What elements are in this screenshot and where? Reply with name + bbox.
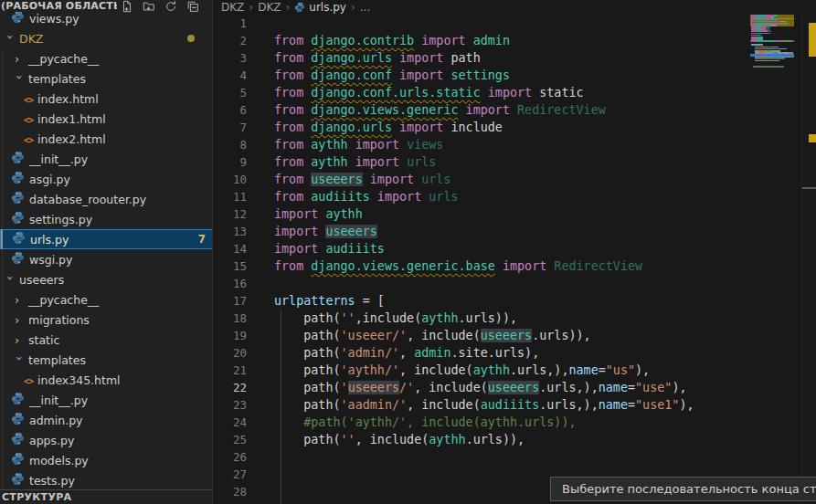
breadcrumb-item-DKZ[interactable]: DKZ: [221, 1, 244, 14]
line-number[interactable]: 22: [214, 379, 247, 396]
line-number[interactable]: 28: [214, 483, 247, 500]
tree-item-label: wsgi.py: [29, 253, 72, 267]
line-number[interactable]: 8: [214, 136, 247, 153]
code-token: .urls)),: [466, 433, 525, 446]
code-line-19[interactable]: path('useeer/', include(useeers.urls)),: [274, 327, 591, 344]
tree-item-__pycache__[interactable]: ›__pycache__: [0, 48, 213, 68]
breadcrumb-item-...[interactable]: ...: [360, 1, 370, 14]
code-line-15[interactable]: from django.views.generic.base import Re…: [274, 257, 642, 275]
tree-item-database_roouter.py[interactable]: database_roouter.py: [0, 189, 213, 209]
code-line-13[interactable]: import useeers: [274, 223, 377, 240]
line-number[interactable]: 16: [214, 275, 247, 292]
line-number[interactable]: 3: [214, 49, 247, 67]
code-line-5[interactable]: from django.conf.urls.static import stat…: [274, 84, 584, 101]
code-token: from: [274, 51, 311, 65]
line-number[interactable]: 2: [214, 32, 247, 49]
line-number[interactable]: 25: [214, 431, 247, 448]
code-token: 'aadmin/': [341, 398, 408, 412]
tree-item-tests.py[interactable]: tests.py: [0, 470, 213, 490]
line-number[interactable]: 11: [214, 188, 247, 205]
code-line-12[interactable]: import aythh: [274, 205, 363, 223]
breadcrumb-item-DKZ[interactable]: DKZ: [258, 1, 281, 14]
tree-item-useeers[interactable]: ›useeers: [0, 269, 213, 289]
collapse-all-button[interactable]: [185, 0, 200, 12]
line-number[interactable]: 27: [214, 466, 247, 483]
code-line-23[interactable]: path('aadmin/', include(audiiits.urls,),…: [274, 396, 694, 414]
refresh-button[interactable]: [163, 0, 178, 12]
code-token: path(: [274, 311, 341, 325]
code-line-20[interactable]: path('admin/', admin.site.urls),: [274, 344, 539, 362]
line-number[interactable]: 6: [214, 101, 247, 119]
tree-item-templates[interactable]: ›templates: [0, 350, 213, 370]
line-number[interactable]: 9: [214, 153, 247, 171]
code-line-10[interactable]: from useeers import urls: [274, 171, 451, 188]
tree-item-admin.py[interactable]: admin.py: [0, 410, 213, 430]
line-number[interactable]: 10: [214, 171, 247, 188]
code-line-2[interactable]: from django.contrib import admin: [274, 32, 510, 49]
line-number[interactable]: 4: [214, 67, 247, 84]
tree-item-migrations[interactable]: ›migrations: [0, 310, 213, 330]
line-number[interactable]: 19: [214, 327, 247, 344]
code-line-18[interactable]: path('',include(aythh.urls)),: [274, 310, 517, 327]
new-file-icon: [121, 0, 133, 13]
tree-item-index.html[interactable]: <>index.html: [0, 89, 213, 109]
code-token: from: [274, 103, 311, 117]
new-folder-button[interactable]: [141, 0, 156, 12]
tree-item-templates[interactable]: ›templates: [0, 68, 213, 89]
tree-item-index1.html[interactable]: <>index1.html: [0, 109, 213, 129]
code-token: from: [274, 121, 311, 134]
line-number[interactable]: 12: [214, 205, 247, 223]
tree-item-apps.py[interactable]: apps.py: [0, 430, 213, 450]
tree-item-__init__.py[interactable]: __init__.py: [0, 390, 213, 410]
line-number[interactable]: 7: [214, 119, 247, 136]
scrollbar-slider-edge[interactable]: [802, 187, 816, 189]
outline-section-header[interactable]: СТРУКТУРА: [0, 489, 213, 504]
code-token: .urls)),: [459, 311, 518, 325]
tree-item-__init__.py[interactable]: __init__.py: [0, 149, 213, 169]
line-number[interactable]: 18: [214, 310, 247, 327]
tree-item-wsgi.py[interactable]: wsgi.py: [0, 249, 213, 269]
code-line-14[interactable]: import audiiits: [274, 240, 385, 257]
tree-item-asgi.py[interactable]: asgi.py: [0, 169, 213, 189]
line-number[interactable]: 15: [214, 257, 247, 275]
line-number[interactable]: 23: [214, 396, 247, 414]
tree-item-index2.html[interactable]: <>index2.html: [0, 129, 213, 149]
code-line-11[interactable]: from audiiits import urls: [274, 188, 459, 205]
overview-ruler-scrollbar[interactable]: [802, 0, 816, 504]
tree-item-index345.html[interactable]: <>index345.html: [0, 370, 213, 390]
tree-item-models.py[interactable]: models.py: [0, 450, 213, 470]
code-line-25[interactable]: path('', include(aythh.urls)),: [274, 431, 525, 448]
breadcrumb-item-urls.py[interactable]: urls.py: [294, 1, 346, 14]
line-number[interactable]: 21: [214, 362, 247, 379]
tree-item-settings.py[interactable]: settings.py: [0, 209, 213, 229]
line-number[interactable]: 24: [214, 414, 247, 431]
code-line-17[interactable]: urlpatterns = [: [274, 292, 385, 310]
new-file-button[interactable]: [119, 0, 134, 12]
code-token: audiiits: [311, 190, 370, 204]
line-number[interactable]: 14: [214, 240, 247, 257]
tree-item-label: tests.py: [29, 474, 75, 488]
tree-item-DKZ[interactable]: ›DKZ: [0, 28, 213, 48]
minimap[interactable]: [750, 13, 794, 497]
code-token: from: [274, 173, 311, 186]
tree-item-static[interactable]: ›static: [0, 330, 213, 350]
line-number[interactable]: 5: [214, 84, 247, 101]
code-line-22[interactable]: path('useeers/', include(useeers.urls,),…: [274, 379, 687, 396]
code-token: import: [370, 190, 429, 204]
code-line-8[interactable]: from aythh import views: [274, 136, 443, 153]
tree-item-urls.py[interactable]: urls.py7: [0, 229, 213, 249]
code-line-7[interactable]: from django.urls import include: [274, 119, 503, 136]
code-line-6[interactable]: from django.views.generic import Redirec…: [274, 101, 606, 119]
line-number[interactable]: 20: [214, 344, 247, 362]
line-number[interactable]: 17: [214, 292, 247, 310]
line-number[interactable]: 26: [214, 448, 247, 466]
code-line-24[interactable]: #path('aythh/', include(aythh.urls)),: [274, 414, 577, 431]
code-line-9[interactable]: from aythh import urls: [274, 153, 436, 171]
code-line-3[interactable]: from django.urls import path: [274, 49, 481, 67]
code-line-21[interactable]: path('aythh/', include(aythh.urls,),name…: [274, 362, 650, 379]
line-number[interactable]: 1: [214, 15, 247, 32]
code-token: aythh: [429, 433, 465, 446]
code-line-4[interactable]: from django.conf import settings: [274, 67, 510, 84]
line-number[interactable]: 13: [214, 223, 247, 240]
tree-item-__pycache__[interactable]: ›__pycache__: [0, 289, 213, 310]
